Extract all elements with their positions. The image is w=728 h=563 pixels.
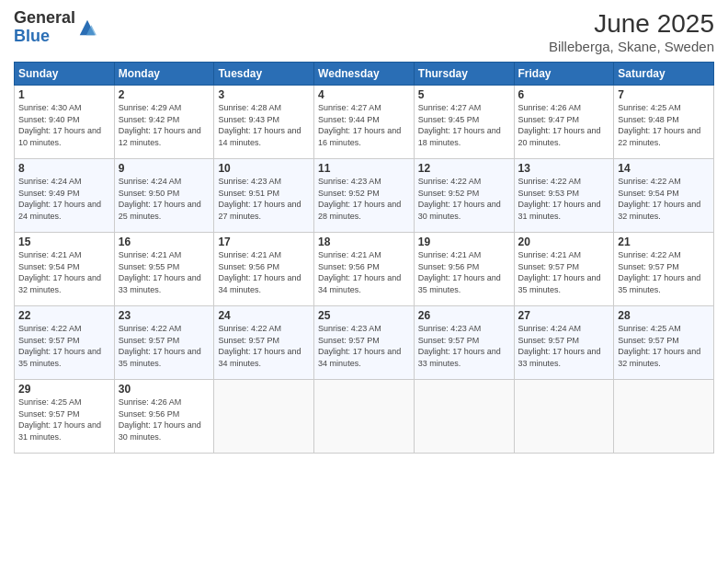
day-info: Sunrise: 4:26 AM Sunset: 9:47 PM Dayligh… <box>518 103 601 147</box>
header-cell-tuesday: Tuesday <box>214 63 314 86</box>
calendar-cell: 6 Sunrise: 4:26 AM Sunset: 9:47 PM Dayli… <box>514 86 614 159</box>
calendar-cell: 12 Sunrise: 4:22 AM Sunset: 9:52 PM Dayl… <box>414 159 514 233</box>
calendar-cell: 8 Sunrise: 4:24 AM Sunset: 9:49 PM Dayli… <box>15 159 115 233</box>
calendar-cell: 2 Sunrise: 4:29 AM Sunset: 9:42 PM Dayli… <box>114 86 214 159</box>
day-number: 2 <box>119 88 210 101</box>
calendar-cell: 13 Sunrise: 4:22 AM Sunset: 9:53 PM Dayl… <box>514 159 614 233</box>
calendar-body: 1 Sunrise: 4:30 AM Sunset: 9:40 PM Dayli… <box>15 86 714 454</box>
day-info: Sunrise: 4:23 AM Sunset: 9:51 PM Dayligh… <box>218 177 301 221</box>
calendar-cell: 22 Sunrise: 4:22 AM Sunset: 9:57 PM Dayl… <box>15 306 115 380</box>
day-number: 28 <box>618 309 710 322</box>
day-info: Sunrise: 4:24 AM Sunset: 9:57 PM Dayligh… <box>518 324 601 368</box>
day-number: 12 <box>418 162 510 175</box>
calendar-cell: 28 Sunrise: 4:25 AM Sunset: 9:57 PM Dayl… <box>614 306 714 380</box>
calendar-cell <box>214 380 314 454</box>
day-number: 24 <box>218 309 310 322</box>
day-info: Sunrise: 4:29 AM Sunset: 9:42 PM Dayligh… <box>119 103 201 147</box>
day-info: Sunrise: 4:25 AM Sunset: 9:57 PM Dayligh… <box>618 324 700 368</box>
calendar-cell: 1 Sunrise: 4:30 AM Sunset: 9:40 PM Dayli… <box>15 86 115 159</box>
title-block: June 2025 Billeberga, Skane, Sweden <box>549 9 714 54</box>
header: General Blue June 2025 Billeberga, Skane… <box>14 9 714 54</box>
week-row-1: 1 Sunrise: 4:30 AM Sunset: 9:40 PM Dayli… <box>15 86 714 159</box>
day-number: 27 <box>518 309 610 322</box>
logo-general-text: General <box>14 8 75 27</box>
day-info: Sunrise: 4:27 AM Sunset: 9:45 PM Dayligh… <box>418 103 501 147</box>
calendar-cell: 23 Sunrise: 4:22 AM Sunset: 9:57 PM Dayl… <box>114 306 214 380</box>
day-number: 13 <box>518 162 610 175</box>
header-cell-monday: Monday <box>114 63 214 86</box>
day-info: Sunrise: 4:21 AM Sunset: 9:55 PM Dayligh… <box>119 250 201 294</box>
week-row-3: 15 Sunrise: 4:21 AM Sunset: 9:54 PM Dayl… <box>15 233 714 306</box>
day-number: 30 <box>119 383 210 396</box>
day-number: 10 <box>218 162 310 175</box>
calendar-cell: 19 Sunrise: 4:21 AM Sunset: 9:56 PM Dayl… <box>414 233 514 306</box>
calendar-cell: 15 Sunrise: 4:21 AM Sunset: 9:54 PM Dayl… <box>15 233 115 306</box>
calendar-cell: 20 Sunrise: 4:21 AM Sunset: 9:57 PM Dayl… <box>514 233 614 306</box>
calendar-cell: 3 Sunrise: 4:28 AM Sunset: 9:43 PM Dayli… <box>214 86 314 159</box>
day-info: Sunrise: 4:27 AM Sunset: 9:44 PM Dayligh… <box>318 103 401 147</box>
calendar-cell: 18 Sunrise: 4:21 AM Sunset: 9:56 PM Dayl… <box>314 233 415 306</box>
week-row-5: 29 Sunrise: 4:25 AM Sunset: 9:57 PM Dayl… <box>15 380 714 454</box>
calendar-cell: 14 Sunrise: 4:22 AM Sunset: 9:54 PM Dayl… <box>614 159 714 233</box>
day-number: 3 <box>218 88 310 101</box>
day-info: Sunrise: 4:28 AM Sunset: 9:43 PM Dayligh… <box>218 103 301 147</box>
calendar-cell: 16 Sunrise: 4:21 AM Sunset: 9:55 PM Dayl… <box>114 233 214 306</box>
calendar-cell <box>414 380 514 454</box>
day-number: 25 <box>318 309 410 322</box>
calendar-cell: 5 Sunrise: 4:27 AM Sunset: 9:45 PM Dayli… <box>414 86 514 159</box>
calendar-table: SundayMondayTuesdayWednesdayThursdayFrid… <box>14 62 714 454</box>
day-info: Sunrise: 4:24 AM Sunset: 9:49 PM Dayligh… <box>18 177 101 221</box>
calendar-cell: 27 Sunrise: 4:24 AM Sunset: 9:57 PM Dayl… <box>514 306 614 380</box>
day-number: 23 <box>119 309 210 322</box>
day-number: 5 <box>418 88 510 101</box>
day-info: Sunrise: 4:25 AM Sunset: 9:57 PM Dayligh… <box>18 397 101 442</box>
logo-blue-text: Blue <box>14 27 50 45</box>
main-title: June 2025 <box>549 9 714 39</box>
calendar-cell: 9 Sunrise: 4:24 AM Sunset: 9:50 PM Dayli… <box>114 159 214 233</box>
calendar-cell: 24 Sunrise: 4:22 AM Sunset: 9:57 PM Dayl… <box>214 306 314 380</box>
day-number: 14 <box>618 162 710 175</box>
day-number: 19 <box>418 236 510 248</box>
logo-icon <box>77 17 97 38</box>
day-number: 17 <box>218 236 310 248</box>
day-info: Sunrise: 4:23 AM Sunset: 9:57 PM Dayligh… <box>318 324 401 368</box>
day-info: Sunrise: 4:22 AM Sunset: 9:57 PM Dayligh… <box>618 250 700 294</box>
day-info: Sunrise: 4:30 AM Sunset: 9:40 PM Dayligh… <box>18 103 101 147</box>
day-number: 21 <box>618 236 710 248</box>
calendar-cell: 4 Sunrise: 4:27 AM Sunset: 9:44 PM Dayli… <box>314 86 415 159</box>
calendar-cell: 7 Sunrise: 4:25 AM Sunset: 9:48 PM Dayli… <box>614 86 714 159</box>
day-number: 22 <box>18 309 110 322</box>
calendar-cell: 26 Sunrise: 4:23 AM Sunset: 9:57 PM Dayl… <box>414 306 514 380</box>
calendar-cell: 11 Sunrise: 4:23 AM Sunset: 9:52 PM Dayl… <box>314 159 415 233</box>
day-info: Sunrise: 4:21 AM Sunset: 9:57 PM Dayligh… <box>518 250 601 294</box>
day-info: Sunrise: 4:22 AM Sunset: 9:57 PM Dayligh… <box>218 324 301 368</box>
day-info: Sunrise: 4:21 AM Sunset: 9:54 PM Dayligh… <box>18 250 101 294</box>
day-info: Sunrise: 4:22 AM Sunset: 9:57 PM Dayligh… <box>119 324 201 368</box>
day-info: Sunrise: 4:22 AM Sunset: 9:52 PM Dayligh… <box>418 177 501 221</box>
day-number: 20 <box>518 236 610 248</box>
logo: General Blue <box>14 9 97 46</box>
calendar-cell: 17 Sunrise: 4:21 AM Sunset: 9:56 PM Dayl… <box>214 233 314 306</box>
day-number: 6 <box>518 88 610 101</box>
day-info: Sunrise: 4:25 AM Sunset: 9:48 PM Dayligh… <box>618 103 700 147</box>
calendar-header: SundayMondayTuesdayWednesdayThursdayFrid… <box>15 63 714 86</box>
day-info: Sunrise: 4:26 AM Sunset: 9:56 PM Dayligh… <box>119 397 201 442</box>
calendar-cell <box>514 380 614 454</box>
sub-title: Billeberga, Skane, Sweden <box>549 39 714 54</box>
week-row-4: 22 Sunrise: 4:22 AM Sunset: 9:57 PM Dayl… <box>15 306 714 380</box>
day-number: 9 <box>119 162 210 175</box>
calendar-cell: 25 Sunrise: 4:23 AM Sunset: 9:57 PM Dayl… <box>314 306 415 380</box>
day-number: 7 <box>618 88 710 101</box>
day-number: 4 <box>318 88 410 101</box>
day-info: Sunrise: 4:21 AM Sunset: 9:56 PM Dayligh… <box>318 250 401 294</box>
calendar-cell: 30 Sunrise: 4:26 AM Sunset: 9:56 PM Dayl… <box>114 380 214 454</box>
day-info: Sunrise: 4:22 AM Sunset: 9:53 PM Dayligh… <box>518 177 601 221</box>
header-row: SundayMondayTuesdayWednesdayThursdayFrid… <box>15 63 714 86</box>
header-cell-wednesday: Wednesday <box>314 63 415 86</box>
header-cell-saturday: Saturday <box>614 63 714 86</box>
week-row-2: 8 Sunrise: 4:24 AM Sunset: 9:49 PM Dayli… <box>15 159 714 233</box>
header-cell-thursday: Thursday <box>414 63 514 86</box>
day-number: 16 <box>119 236 210 248</box>
calendar-cell <box>314 380 415 454</box>
day-number: 29 <box>18 383 110 396</box>
